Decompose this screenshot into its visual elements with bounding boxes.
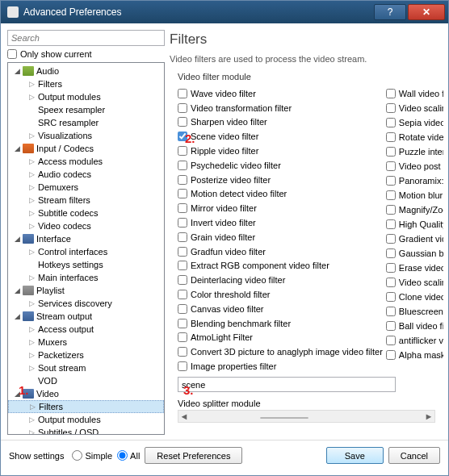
tree-item[interactable]: Hotkeys settings: [8, 258, 164, 271]
filter-row[interactable]: Scene video filter: [178, 129, 383, 144]
tree-item[interactable]: VOD: [8, 374, 164, 387]
save-button[interactable]: Save: [326, 447, 384, 464]
tree-item[interactable]: ▷Visualizations: [8, 129, 164, 142]
filter-checkbox[interactable]: [178, 261, 187, 270]
filter-checkbox[interactable]: [386, 190, 396, 200]
filter-row[interactable]: Sharpen video filter: [178, 115, 383, 130]
filter-row[interactable]: Motion detect video filter: [178, 187, 383, 202]
expand-icon[interactable]: ▷: [29, 157, 36, 165]
filter-row[interactable]: Sepia video filter: [386, 115, 443, 130]
expand-icon[interactable]: ▷: [29, 273, 36, 282]
filter-row[interactable]: Invert video filter: [178, 215, 383, 230]
filter-row[interactable]: Posterize video filter: [178, 173, 383, 187]
tree-item[interactable]: ▷Subtitle codecs: [8, 207, 164, 219]
filter-row[interactable]: Gaussian blur vid: [386, 246, 443, 261]
filter-row[interactable]: Motion blur filter: [386, 188, 443, 203]
filter-row[interactable]: Alpha mask video: [386, 348, 443, 362]
filter-checkbox[interactable]: [178, 218, 187, 228]
filter-checkbox[interactable]: [386, 234, 396, 244]
scroll-left-icon[interactable]: ◄: [178, 411, 190, 421]
filter-row[interactable]: Convert 3D picture to anaglyph image vid…: [178, 344, 383, 359]
filter-row[interactable]: Color threshold filter: [178, 287, 383, 302]
scroll-thumb[interactable]: [260, 417, 308, 419]
expand-icon[interactable]: ▷: [29, 364, 36, 372]
tree-item-video-filters[interactable]: ▷Filters: [8, 400, 164, 413]
tree-playlist[interactable]: ◢Playlist: [8, 284, 164, 297]
tree-item[interactable]: ▷Demuxers: [8, 181, 164, 194]
filter-checkbox[interactable]: [178, 89, 187, 98]
filter-row[interactable]: Bluescreen video: [386, 304, 443, 319]
tree-item[interactable]: ▷Access modules: [8, 155, 164, 168]
filter-row[interactable]: Video scaling filt: [386, 101, 443, 115]
help-button[interactable]: ?: [374, 4, 406, 20]
filter-row[interactable]: Puzzle interactiv: [386, 144, 443, 159]
filter-checkbox[interactable]: [386, 118, 396, 127]
scroll-right-icon[interactable]: ►: [423, 411, 434, 421]
filter-checkbox[interactable]: [386, 350, 396, 360]
filter-row[interactable]: High Quality 3D D: [386, 217, 443, 232]
filter-checkbox[interactable]: [386, 248, 396, 258]
expand-icon[interactable]: ▷: [29, 325, 36, 333]
tree-interface[interactable]: ◢Interface: [8, 232, 164, 245]
filter-row[interactable]: Rotate video filte: [386, 130, 443, 144]
filter-row[interactable]: Canvas video filter: [178, 302, 383, 316]
filter-row[interactable]: Ball video filter: [386, 319, 443, 333]
filter-checkbox[interactable]: [178, 203, 187, 213]
collapse-icon[interactable]: ◢: [13, 390, 21, 398]
radio-simple[interactable]: Simple: [72, 450, 112, 461]
tree-item[interactable]: ▷Stream filters: [8, 194, 164, 207]
filter-checkbox[interactable]: [178, 361, 187, 371]
expand-icon[interactable]: ▷: [29, 299, 36, 307]
filter-checkbox[interactable]: [178, 347, 187, 357]
filter-row[interactable]: Deinterlacing video filter: [178, 273, 383, 287]
filter-row[interactable]: Panoramix: wall: [386, 173, 443, 188]
horizontal-scrollbar[interactable]: ◄ ►: [178, 410, 435, 423]
filter-checkbox[interactable]: [178, 175, 187, 185]
expand-icon[interactable]: ▷: [29, 209, 36, 217]
only-show-current-row[interactable]: Only show current: [7, 49, 165, 59]
filter-checkbox[interactable]: [386, 307, 396, 316]
filter-checkbox[interactable]: [386, 292, 396, 302]
collapse-icon[interactable]: ◢: [13, 67, 21, 75]
filter-row[interactable]: AtmoLight Filter: [178, 331, 383, 345]
expand-icon[interactable]: ▷: [29, 415, 36, 424]
collapse-icon[interactable]: ◢: [13, 286, 21, 294]
expand-icon[interactable]: ▷: [29, 428, 36, 435]
filter-checkbox[interactable]: [386, 321, 396, 331]
tree-item[interactable]: ▷Video codecs: [8, 219, 164, 232]
filter-row[interactable]: Video scaling filt: [386, 275, 443, 290]
filter-row[interactable]: Ripple video filter: [178, 144, 383, 158]
tree-item[interactable]: ▷Filters: [8, 77, 164, 90]
tree-item[interactable]: ▷Output modules: [8, 90, 164, 103]
tree-input-codecs[interactable]: ◢Input / Codecs: [8, 142, 164, 155]
filter-checkbox[interactable]: [178, 275, 187, 285]
collapse-icon[interactable]: ◢: [13, 144, 21, 152]
expand-icon[interactable]: ▷: [29, 183, 36, 191]
filter-row[interactable]: Wall video filter: [386, 86, 443, 101]
filter-row[interactable]: Erase video filter: [386, 261, 443, 275]
expand-icon[interactable]: ▷: [29, 222, 36, 230]
filter-row[interactable]: Video transformation filter: [178, 101, 383, 115]
expand-icon[interactable]: ▷: [29, 170, 36, 178]
filter-checkbox[interactable]: [386, 263, 396, 273]
filter-checkbox[interactable]: [386, 336, 396, 345]
filter-checkbox[interactable]: [386, 278, 396, 287]
expand-icon[interactable]: ▷: [29, 248, 36, 256]
expand-icon[interactable]: ▷: [29, 351, 36, 359]
tree-item[interactable]: Speex resampler: [8, 103, 164, 116]
tree-item[interactable]: ▷Services discovery: [8, 297, 164, 310]
tree-audio[interactable]: ◢Audio: [8, 65, 164, 77]
filter-checkbox[interactable]: [178, 304, 187, 314]
filter-row[interactable]: Clone video filter: [386, 290, 443, 304]
expand-icon[interactable]: ▷: [30, 403, 36, 411]
expand-icon[interactable]: ▷: [29, 196, 36, 204]
expand-icon[interactable]: ▷: [29, 338, 36, 346]
reset-preferences-button[interactable]: Reset Preferences: [145, 447, 242, 464]
filter-row[interactable]: Extract RGB component video filter: [178, 259, 383, 273]
filter-checkbox[interactable]: [178, 319, 187, 328]
collapse-icon[interactable]: ◢: [13, 235, 21, 243]
expand-icon[interactable]: ▷: [29, 80, 36, 88]
filter-row[interactable]: Blending benchmark filter: [178, 316, 383, 331]
tree-item[interactable]: ▷Sout stream: [8, 361, 164, 374]
expand-icon[interactable]: ▷: [29, 93, 36, 101]
